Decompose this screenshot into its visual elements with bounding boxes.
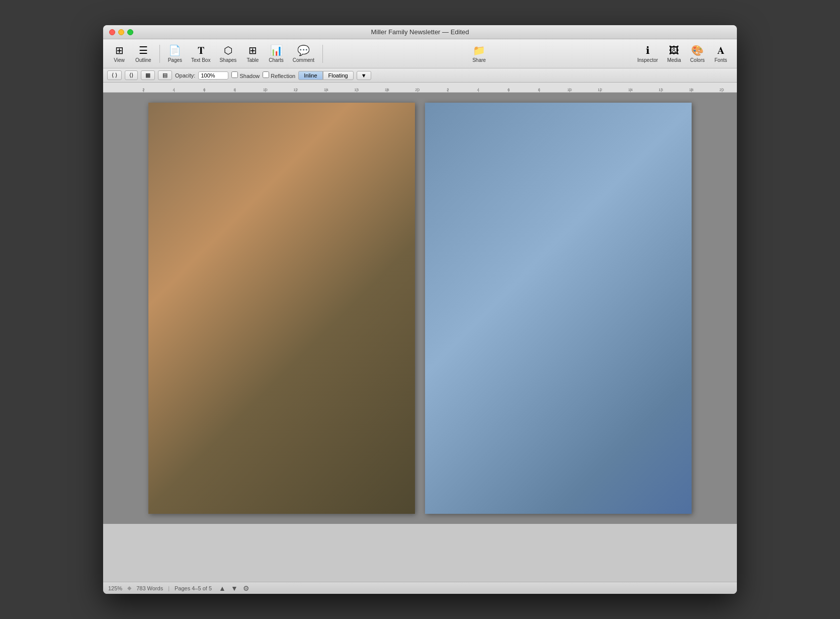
right-group: ℹ Inspector 🖼 Media 🎨 Colors 𝐀 Fonts	[633, 42, 732, 65]
word-count: 783 Words	[136, 585, 163, 591]
table-icon: ⊞	[248, 44, 257, 56]
fonts-button[interactable]: 𝐀 Fonts	[710, 43, 732, 65]
ruler-mark: 20	[402, 88, 433, 92]
page-1-thompson: 2009 ANNUAL UPDATE FREE THE THOMPSONS ✿ …	[148, 103, 415, 514]
miller-camping-item: CAMPING IN OREGON	[604, 317, 688, 373]
wrap-mode-group: Inline Floating	[298, 71, 353, 80]
page-2-miller: 2012 ANNUAL UPDATE FREE ★ THE MILLERS ★	[425, 103, 692, 514]
ruler-mark: 20	[707, 88, 737, 92]
view-icon: ⊞	[115, 44, 124, 56]
ruler: 2 4 6 8 10 12 14 16 18 20 2 4 6 8 10 12 …	[103, 83, 737, 93]
textbox-icon: 𝐓	[198, 45, 204, 56]
fullscreen-button[interactable]	[127, 29, 133, 35]
textbox-button[interactable]: 𝐓 Text Box	[187, 43, 214, 65]
outline-button[interactable]: ☰ Outline	[131, 42, 155, 65]
colors-icon: 🎨	[691, 44, 704, 56]
format-btn-3[interactable]: ▦	[141, 70, 155, 80]
pages-icon: 📄	[169, 44, 181, 56]
app-window: Miller Family Newsletter — Edited ⊞ View…	[103, 25, 737, 594]
ruler-mark: 4	[463, 88, 494, 92]
media-button[interactable]: 🖼 Media	[663, 43, 685, 65]
ruler-mark: 2	[433, 88, 463, 92]
view-group: ⊞ View ☰ Outline	[108, 42, 155, 65]
window-title: Miller Family Newsletter — Edited	[371, 28, 469, 36]
outline-icon: ☰	[139, 44, 148, 56]
ruler-mark: 16	[342, 88, 372, 92]
formatbar: ⟨ ⟩ ⟨⟩ ▦ ▤ Opacity: Shadow Reflection In…	[103, 68, 737, 83]
status-sep1: ◆	[127, 585, 131, 591]
page-nav-up[interactable]: ▲	[219, 584, 226, 592]
traffic-lights	[109, 29, 133, 35]
format-btn-2[interactable]: ⟨⟩	[125, 70, 138, 80]
thompson-camping-item: CAMPING IN OREGON	[327, 327, 411, 384]
toolbar: ⊞ View ☰ Outline 📄 Pages 𝐓 Text Box ⬡ Sh…	[103, 39, 737, 68]
thompson-bottom-photos: SKIING IN WHISTLER ELSIE'S BIRTHDAY CAMP…	[148, 323, 415, 388]
ruler-mark: 8	[524, 88, 555, 92]
opacity-input[interactable]	[198, 71, 228, 80]
thompson-camping-photo	[327, 327, 411, 377]
inline-button[interactable]: Inline	[298, 71, 322, 80]
ruler-mark: 10	[250, 88, 281, 92]
pages-button[interactable]: 📄 Pages	[164, 42, 186, 65]
inspector-button[interactable]: ℹ Inspector	[633, 42, 662, 65]
ruler-mark: 18	[372, 88, 402, 92]
ruler-mark: 6	[189, 88, 220, 92]
ruler-mark: 4	[159, 88, 190, 92]
page-count: Pages 4–5 of 5	[175, 585, 212, 591]
document-canvas[interactable]: 2009 ANNUAL UPDATE FREE THE THOMPSONS ✿ …	[103, 93, 737, 524]
status-sep2: |	[168, 585, 170, 591]
titlebar: Miller Family Newsletter — Edited	[103, 25, 737, 39]
charts-button[interactable]: 📊 Charts	[265, 42, 287, 65]
format-btn-4[interactable]: ▤	[158, 70, 172, 80]
wrap-options-button[interactable]: ▼	[357, 71, 371, 80]
miller-camping-photo	[604, 317, 688, 367]
colors-button[interactable]: 🎨 Colors	[686, 42, 709, 65]
ruler-mark: 8	[220, 88, 250, 92]
insert-group: 📄 Pages 𝐓 Text Box ⬡ Shapes ⊞ Table 📊 Ch…	[164, 42, 318, 65]
page-nav-down[interactable]: ▼	[231, 584, 238, 592]
opacity-label: Opacity:	[175, 72, 195, 79]
ruler-mark: 2	[128, 88, 159, 92]
ruler-mark: 14	[311, 88, 342, 92]
minimize-button[interactable]	[118, 29, 124, 35]
zoom-level: 125%	[108, 585, 122, 591]
reflection-checkbox[interactable]: Reflection	[263, 71, 295, 79]
comment-button[interactable]: 💬 Comment	[289, 42, 318, 65]
floating-button[interactable]: Floating	[323, 71, 354, 80]
statusbar: 125% ◆ 783 Words | Pages 4–5 of 5 ▲ ▼ ⚙	[103, 582, 737, 594]
sep1	[159, 45, 160, 63]
table-button[interactable]: ⊞ Table	[241, 42, 264, 65]
miller-bottom-photos: SKIING IN WHISTLER ELSIE'S BIRTHDAY CAMP…	[425, 312, 692, 377]
close-button[interactable]	[109, 29, 115, 35]
share-icon: 📁	[473, 44, 485, 56]
format-btn-1[interactable]: ⟨ ⟩	[107, 70, 122, 80]
charts-icon: 📊	[270, 44, 283, 56]
ruler-mark: 12	[585, 88, 616, 92]
share-button[interactable]: 📁 Share	[468, 42, 490, 65]
shapes-button[interactable]: ⬡ Shapes	[215, 42, 240, 65]
page-menu-button[interactable]: ⚙	[243, 584, 249, 592]
share-group: 📁 Share	[468, 42, 490, 65]
media-icon: 🖼	[669, 45, 679, 56]
ruler-mark: 12	[281, 88, 311, 92]
shapes-icon: ⬡	[224, 44, 232, 56]
ruler-mark: 14	[615, 88, 646, 92]
ruler-mark: 16	[646, 88, 677, 92]
ruler-mark: 6	[493, 88, 524, 92]
shadow-checkbox[interactable]: Shadow	[231, 71, 260, 79]
view-button[interactable]: ⊞ View	[108, 42, 130, 65]
comment-icon: 💬	[297, 44, 310, 56]
sep2	[322, 45, 323, 63]
inspector-icon: ℹ	[646, 44, 650, 56]
fonts-icon: 𝐀	[717, 45, 724, 56]
ruler-mark: 18	[676, 88, 707, 92]
ruler-mark: 10	[554, 88, 585, 92]
